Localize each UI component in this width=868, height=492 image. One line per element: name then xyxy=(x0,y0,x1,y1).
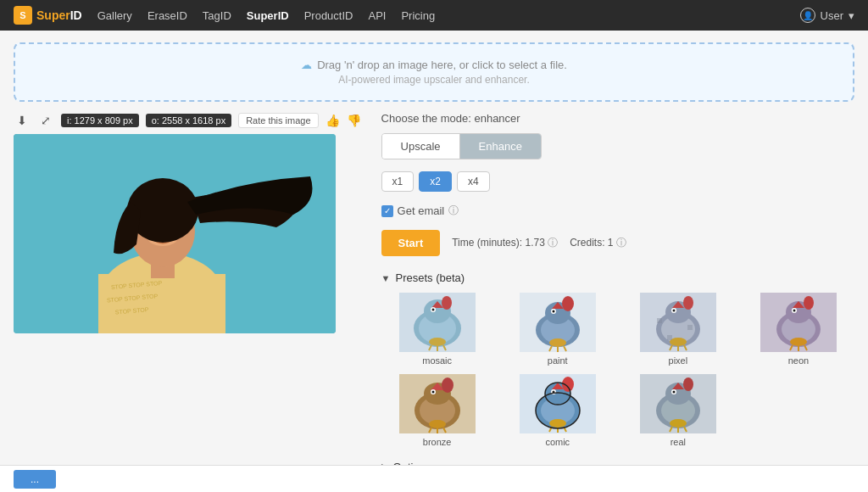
user-label: User xyxy=(821,9,843,22)
input-size-badge: i: 1279 x 809 px xyxy=(61,114,139,127)
svg-point-85 xyxy=(549,419,566,428)
svg-rect-52 xyxy=(667,335,672,340)
preset-bronze-img xyxy=(399,374,476,433)
main-content: ☁ Drag 'n' drop an image here, or click … xyxy=(0,31,868,485)
dropzone[interactable]: ☁ Drag 'n' drop an image here, or click … xyxy=(14,42,854,102)
preset-neon-img xyxy=(760,293,837,352)
user-avatar-icon: 👤 xyxy=(800,8,815,23)
mode-label: Choose the mode: enhancer xyxy=(381,112,854,125)
email-label-text: Get email xyxy=(398,204,445,217)
preset-paint-img xyxy=(520,293,596,352)
svg-point-96 xyxy=(683,377,693,391)
image-toolbar: ⬇ ⤢ i: 1279 x 809 px o: 2558 x 1618 px R… xyxy=(14,112,361,129)
nav-tagid[interactable]: TagID xyxy=(203,9,231,22)
thumbs-down-button[interactable]: 👎 xyxy=(347,114,361,127)
preset-real-img xyxy=(640,374,716,433)
svg-point-70 xyxy=(442,377,453,393)
preset-mosaic-img xyxy=(399,293,476,352)
user-menu[interactable]: 👤 User ▾ xyxy=(800,8,854,23)
preset-comic-label: comic xyxy=(545,437,570,447)
credits-info: Credits: 1 ⓘ xyxy=(570,236,626,250)
svg-point-61 xyxy=(790,338,807,346)
thumbs-up-button[interactable]: 👍 xyxy=(326,114,340,127)
email-checkbox-label[interactable]: Get email ⓘ xyxy=(381,204,459,218)
preset-pixel[interactable]: pixel xyxy=(622,293,734,366)
mode-button-group: Upscale Enhance xyxy=(381,133,542,159)
presets-header-label: Presets (beta) xyxy=(395,271,465,284)
presets-grid: mosaic xyxy=(381,293,854,447)
credits-info-icon: ⓘ xyxy=(616,237,626,249)
svg-rect-50 xyxy=(657,318,662,323)
left-panel: ⬇ ⤢ i: 1279 x 809 px o: 2558 x 1618 px R… xyxy=(14,112,361,473)
nav-pricing[interactable]: Pricing xyxy=(401,9,435,22)
svg-point-34 xyxy=(549,338,566,347)
preset-comic-img xyxy=(520,374,596,433)
scale-x4-button[interactable]: x4 xyxy=(457,171,490,192)
svg-point-45 xyxy=(672,310,675,312)
bottom-action-button[interactable]: ... xyxy=(14,470,56,486)
email-checkbox[interactable] xyxy=(381,205,393,217)
scale-x1-button[interactable]: x1 xyxy=(381,171,415,192)
preview-image-svg: STOP STOP STOP STOP STOP STOP STOP STOP xyxy=(14,134,336,333)
preset-pixel-label: pixel xyxy=(669,355,688,366)
svg-point-43 xyxy=(683,296,693,310)
svg-point-58 xyxy=(804,296,814,310)
scale-button-group: x1 x2 x4 xyxy=(381,171,854,192)
svg-point-98 xyxy=(672,391,675,394)
navbar: S SuperID Gallery EraseID TagID SuperID … xyxy=(0,0,868,31)
svg-point-21 xyxy=(431,309,434,311)
upload-cloud-icon: ☁ xyxy=(301,59,312,71)
rate-image-button[interactable]: Rate this image xyxy=(238,113,318,128)
download-button[interactable]: ⬇ xyxy=(14,112,31,129)
preset-bronze[interactable]: bronze xyxy=(381,374,493,447)
nav-eraseid[interactable]: EraseID xyxy=(147,9,187,22)
preset-mosaic-label: mosaic xyxy=(422,355,452,366)
expand-button[interactable]: ⤢ xyxy=(37,112,54,129)
scale-x2-button[interactable]: x2 xyxy=(419,171,452,192)
preset-paint-label: paint xyxy=(548,355,568,366)
user-chevron-icon: ▾ xyxy=(849,9,854,22)
svg-rect-51 xyxy=(687,325,693,330)
preset-neon[interactable]: neon xyxy=(743,293,854,366)
preset-paint[interactable]: paint xyxy=(502,293,614,366)
svg-point-19 xyxy=(442,296,452,310)
nav-productid[interactable]: ProductID xyxy=(304,9,353,22)
brand-prefix: Super xyxy=(36,8,70,22)
svg-point-72 xyxy=(431,391,434,394)
time-info-icon: ⓘ xyxy=(548,237,558,249)
content-area: ⬇ ⤢ i: 1279 x 809 px o: 2558 x 1618 px R… xyxy=(14,112,854,473)
nav-gallery[interactable]: Gallery xyxy=(97,9,132,22)
svg-point-33 xyxy=(552,310,554,313)
preset-pixel-img xyxy=(640,293,716,352)
image-preview-inner: STOP STOP STOP STOP STOP STOP STOP STOP xyxy=(14,134,336,333)
preset-mosaic[interactable]: mosaic xyxy=(381,293,493,366)
preset-real[interactable]: real xyxy=(622,374,734,447)
action-row: Start Time (minutes): 1.73 ⓘ Credits: 1 … xyxy=(381,230,854,256)
nav-api[interactable]: API xyxy=(368,9,386,22)
image-preview: STOP STOP STOP STOP STOP STOP STOP STOP xyxy=(14,134,336,333)
dropzone-main-text: Drag 'n' drop an image here, or click to… xyxy=(317,59,567,71)
time-info: Time (minutes): 1.73 ⓘ xyxy=(452,236,558,250)
preset-comic[interactable]: comic xyxy=(502,374,614,447)
start-button[interactable]: Start xyxy=(381,230,441,256)
nav-superid[interactable]: SuperID xyxy=(247,9,289,22)
presets-section: ▼ Presets (beta) xyxy=(381,271,854,447)
brand-logo[interactable]: S SuperID xyxy=(14,6,82,25)
svg-point-73 xyxy=(429,420,446,428)
preset-bronze-label: bronze xyxy=(423,437,452,447)
dropzone-sub-text: AI-powered image upscaler and enhancer. xyxy=(338,74,529,86)
bottom-bar: ... xyxy=(0,465,868,485)
presets-chevron-icon: ▼ xyxy=(381,273,391,283)
brand-name: SuperID xyxy=(36,8,82,22)
svg-point-99 xyxy=(670,419,687,428)
presets-header[interactable]: ▼ Presets (beta) xyxy=(381,271,854,284)
right-panel: Choose the mode: enhancer Upscale Enhanc… xyxy=(381,112,854,473)
dropzone-main-row: ☁ Drag 'n' drop an image here, or click … xyxy=(301,59,567,71)
brand-suffix: ID xyxy=(70,8,82,22)
preset-neon-label: neon xyxy=(788,355,809,366)
email-option-row: Get email ⓘ xyxy=(381,204,854,218)
svg-point-60 xyxy=(793,310,795,312)
mode-upscale-button[interactable]: Upscale xyxy=(382,134,460,159)
mode-enhance-button[interactable]: Enhance xyxy=(460,134,541,159)
output-size-badge: o: 2558 x 1618 px xyxy=(146,114,231,127)
